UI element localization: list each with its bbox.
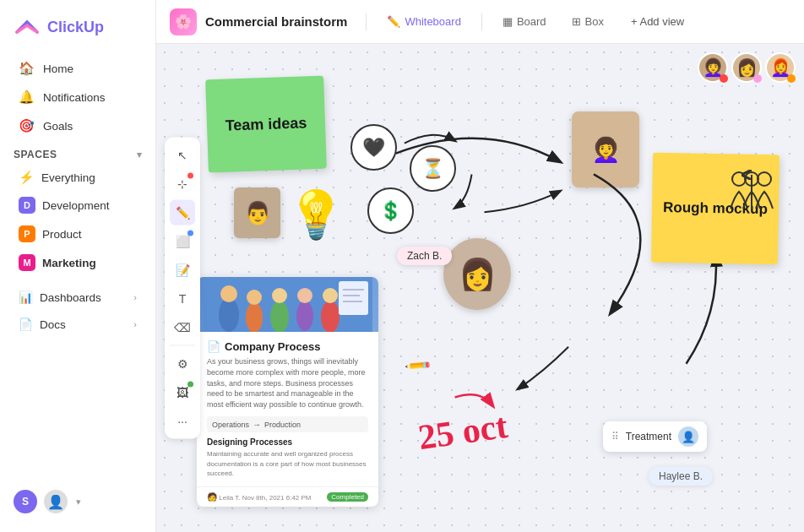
sidebar-item-notifications[interactable]: 🔔 Notifications <box>5 84 150 111</box>
collaborator-avatar-2: 👩 <box>731 52 762 83</box>
spaces-chevron[interactable]: ▾ <box>137 149 143 160</box>
zach-label: Zach B. <box>397 247 452 265</box>
svg-point-10 <box>272 288 287 303</box>
user-avatar-photo: 👤 <box>44 490 68 513</box>
person-photo-3: 👨 <box>234 187 280 238</box>
tab-whiteboard[interactable]: ✏️ Whiteboard <box>378 11 469 32</box>
sidebar-home-label: Home <box>43 62 73 75</box>
dashboards-chevron: › <box>133 292 137 302</box>
process-card-header <box>197 277 378 332</box>
board-tab-label: Board <box>517 15 546 28</box>
topbar-divider2 <box>481 14 482 30</box>
whiteboard-tab-icon: ✏️ <box>387 15 400 28</box>
svg-point-11 <box>296 301 313 331</box>
tool-dot-green <box>187 382 193 388</box>
brainstorm-icon: 🌸 <box>170 8 197 35</box>
company-process-card[interactable]: 📄 Company Process As your business grows… <box>197 277 378 507</box>
everything-label: Everything <box>41 171 95 184</box>
drag-handle-icon[interactable]: ⠿ <box>611 431 619 442</box>
process-footer-user: 🧑 Leila T. Nov 8th, 2021 6:42 PM <box>207 492 312 502</box>
svg-point-0 <box>732 172 746 186</box>
marketing-badge: M <box>19 254 35 271</box>
docs-label: Docs <box>40 318 66 331</box>
sidebar-item-development[interactable]: D Development <box>5 192 150 219</box>
lightbulb-sketch: 💡 <box>287 187 345 242</box>
sidebar-item-dashboards[interactable]: 📊 Dashboards › <box>5 285 150 310</box>
sidebar-item-home[interactable]: 🏠 Home <box>5 55 150 82</box>
heart-circle-icon: 🖤 <box>350 124 397 171</box>
tab-board[interactable]: ▦ Board <box>494 11 555 32</box>
avatar-status-3 <box>787 74 796 83</box>
process-flow: Operations → Production <box>207 416 368 432</box>
svg-point-6 <box>220 285 237 302</box>
logo: ClickUp <box>0 10 155 54</box>
pen-tool-cursor: ✏️ <box>404 351 432 381</box>
svg-point-7 <box>246 302 263 332</box>
tool-dot-red <box>187 173 193 179</box>
collaborator-avatar-3: 👩‍🦰 <box>765 52 796 83</box>
multiselect-tool[interactable]: ⊹ <box>170 171 195 197</box>
svg-rect-15 <box>339 281 368 315</box>
dashboards-label: Dashboards <box>40 291 101 304</box>
tool-dot-blue <box>187 231 193 236</box>
footer-chevron: ▾ <box>76 497 81 508</box>
collaborator-avatar-1: 👩‍🦱 <box>698 52 728 83</box>
sticky-tool[interactable]: 📝 <box>170 258 195 283</box>
everything-icon: ⚡ <box>19 170 35 185</box>
more-tool[interactable]: ··· <box>170 409 195 434</box>
eraser-tool[interactable]: ⌫ <box>170 315 195 340</box>
collaborators-avatars: 👩‍🦱 👩 👩‍🦰 <box>698 52 796 83</box>
topbar-divider <box>366 14 367 30</box>
cursor-tool[interactable]: ↖ <box>170 143 195 168</box>
home-icon: 🏠 <box>19 61 35 76</box>
sticky-note-team-ideas[interactable]: Team ideas <box>205 76 327 173</box>
add-view-button[interactable]: + Add view <box>624 11 691 32</box>
sidebar-item-everything[interactable]: ⚡ Everything <box>5 165 150 190</box>
treatment-card[interactable]: ⠿ Treatment 👤 <box>603 421 707 452</box>
sidebar-goals-label: Goals <box>43 120 73 133</box>
marketing-label: Marketing <box>42 257 96 269</box>
sidebar-item-docs[interactable]: 📄 Docs › <box>5 312 150 337</box>
development-label: Development <box>42 199 110 212</box>
toolbar-divider <box>170 345 195 346</box>
process-subtext: Maintaining accurate and well organized … <box>207 449 368 478</box>
dashboards-icon: 📊 <box>19 290 33 304</box>
image-tool[interactable]: 🖼 <box>170 380 195 405</box>
box-tab-label: Box <box>585 15 604 28</box>
add-view-label: + Add view <box>631 15 684 28</box>
whiteboard-canvas[interactable]: ↖ ⊹ ✏️ ⬜ 📝 T ⌫ ⚙ 🖼 ··· Team ideas <box>156 44 804 532</box>
clickup-logo-icon <box>14 14 41 41</box>
svg-point-13 <box>321 301 340 332</box>
process-subtitle: Designing Processes <box>207 437 368 447</box>
svg-point-8 <box>247 290 262 305</box>
goals-icon: 🎯 <box>19 118 35 133</box>
svg-point-9 <box>270 301 289 332</box>
process-footer-badge: Completed <box>327 492 368 502</box>
connect-tool[interactable]: ⚙ <box>170 351 195 377</box>
person-photo-1: 👩‍🦱 <box>572 111 639 187</box>
pen-tool[interactable]: ✏️ <box>170 200 195 225</box>
docs-icon: 📄 <box>19 318 33 331</box>
process-card-body: 📄 Company Process As your business grows… <box>197 332 378 486</box>
sidebar-item-marketing[interactable]: M Marketing <box>5 249 150 276</box>
svg-point-5 <box>219 298 239 332</box>
docs-chevron: › <box>133 319 137 329</box>
tab-box[interactable]: ⊞ Box <box>563 11 612 32</box>
spaces-header: Spaces ▾ <box>0 140 155 164</box>
bell-icon: 🔔 <box>19 90 35 105</box>
hourglass-circle-icon: ⏳ <box>410 145 456 192</box>
shape-tool[interactable]: ⬜ <box>170 229 195 254</box>
main-content: 🌸 Commercial brainstorm ✏️ Whiteboard ▦ … <box>156 0 804 532</box>
text-tool[interactable]: T <box>170 286 195 312</box>
topbar: 🌸 Commercial brainstorm ✏️ Whiteboard ▦ … <box>156 0 804 44</box>
product-badge: P <box>19 225 35 242</box>
sidebar-item-product[interactable]: P Product <box>5 220 150 247</box>
sidebar: ClickUp 🏠 Home 🔔 Notifications 🎯 Goals S… <box>0 0 156 532</box>
svg-point-2 <box>758 172 771 186</box>
board-tab-icon: ▦ <box>502 15 513 28</box>
sidebar-footer: S 👤 ▾ <box>0 481 155 522</box>
person-photo-2: 👩 <box>443 238 511 310</box>
sidebar-item-goals[interactable]: 🎯 Goals <box>5 112 150 139</box>
avatar-status-1 <box>720 74 728 83</box>
oct-date-text: 25 oct <box>416 405 510 458</box>
